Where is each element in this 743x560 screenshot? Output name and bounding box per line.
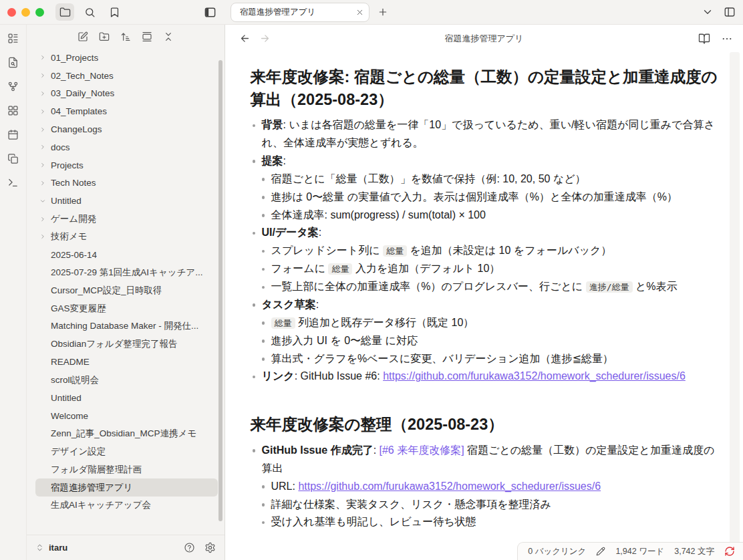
ribbon-terminal-button[interactable] <box>7 177 19 188</box>
list-item: GitHub Issue 作成完了: [#6 来年度改修案] 宿題ごとの総量（工… <box>251 442 718 478</box>
tree-item-folder[interactable]: Projects <box>35 156 218 174</box>
chevron-right-icon <box>39 233 51 240</box>
tree-item-file[interactable]: Cursor_MCP設定_日時取得 <box>35 281 218 299</box>
text-run: : <box>283 155 286 166</box>
collapse-all-button[interactable] <box>163 31 174 42</box>
list-item: 背景: いまは各宿題の総量を一律「10」で扱っているため、重い/軽い宿題が同じ重… <box>251 116 718 152</box>
tree-item-folder[interactable]: Untitled <box>35 192 218 210</box>
ribbon-calendar-button[interactable] <box>7 129 19 140</box>
markdown-body: 来年度改修案: 宿題ごとの総量（工数）の定量設定と加重達成度の算出（2025-0… <box>251 52 718 531</box>
tree-item-folder[interactable]: 01_Projects <box>35 49 218 67</box>
tree-item-folder[interactable]: 04_Templates <box>35 102 218 120</box>
internal-link[interactable]: [#6 来年度改修案] <box>380 444 464 456</box>
folder-nav-button[interactable] <box>55 3 74 21</box>
ribbon-file-search-button[interactable] <box>7 57 19 68</box>
new-tab-button[interactable] <box>378 7 388 17</box>
back-button[interactable] <box>239 33 251 44</box>
sync-status-button[interactable] <box>724 546 735 557</box>
edit-mode-button[interactable] <box>596 547 605 556</box>
tree-item-folder[interactable]: docs <box>35 138 218 156</box>
text-run: UI/データ案 <box>262 227 319 238</box>
tree-item-folder[interactable]: 技術メモ <box>35 228 218 246</box>
bullet-list: 背景: いまは各宿題の総量を一律「10」で扱っているため、重い/軽い宿題が同じ重… <box>251 116 718 386</box>
tree-item-folder[interactable]: Tech Notes <box>35 174 218 192</box>
tree-item-file[interactable]: Untitled <box>35 389 218 407</box>
text-run: 提案 <box>262 155 283 166</box>
tree-item-folder[interactable]: ChangeLogs <box>35 120 218 138</box>
chevron-right-icon <box>39 144 51 150</box>
tree-item-file[interactable]: Matching Database Maker - 開発仕... <box>35 317 218 335</box>
tab-active[interactable]: 宿題進捗管理アプリ <box>231 3 369 22</box>
bookmark-nav-button[interactable] <box>105 3 124 21</box>
more-options-button[interactable] <box>721 33 733 45</box>
editor-scrollbar[interactable] <box>730 52 740 560</box>
external-link[interactable]: https://github.com/furukawa3152/homework… <box>298 480 601 492</box>
tree-item-file[interactable]: GAS変更履歴 <box>35 299 218 317</box>
tree-item-label: Tech Notes <box>51 178 96 188</box>
help-icon[interactable] <box>184 542 195 553</box>
new-folder-button[interactable] <box>99 31 110 42</box>
chevron-down-button[interactable] <box>702 6 714 18</box>
file-explorer-sidebar: 01_Projects02_Tech_Notes03_Daily_Notes04… <box>27 25 225 560</box>
ribbon-layout-list-button[interactable] <box>7 33 19 44</box>
text-run: GitHub Issue 作成完了 <box>262 444 374 456</box>
tree-item-file[interactable]: Obsidianフォルダ整理完了報告 <box>35 335 218 354</box>
tree-item-file[interactable]: Welcome <box>35 407 218 425</box>
list-item: 進捗は 0〜総量 の実量値で入力。表示は個別達成率（%）と全体の加重達成率（%） <box>260 188 718 206</box>
vault-name[interactable]: itaru <box>49 543 179 553</box>
tree-item-file[interactable]: scroll説明会 <box>35 371 218 389</box>
gallery-button[interactable] <box>142 31 152 42</box>
sidebar-scrollbar[interactable] <box>218 60 222 521</box>
backlinks-count[interactable]: 0 バックリンク <box>528 546 586 557</box>
close-window-button[interactable] <box>7 8 16 17</box>
folder-icon <box>59 7 71 18</box>
vault-switcher-button[interactable] <box>35 543 44 552</box>
ribbon-git-fork-button[interactable] <box>7 81 19 92</box>
tree-item-file[interactable]: 宿題進捗管理アプリ <box>35 478 218 497</box>
tree-item-label: GAS変更履歴 <box>51 303 106 315</box>
zoom-window-button[interactable] <box>35 8 44 17</box>
tree-item-label: フォルダ階層整理計画 <box>51 464 142 476</box>
tree-item-file[interactable]: README <box>35 354 218 372</box>
tree-item-file[interactable]: Zenn_記事_Obsidian_MCP連携メモ <box>35 425 218 443</box>
forward-button[interactable] <box>259 33 271 44</box>
sync-error-icon <box>724 546 735 557</box>
panel-right-button[interactable] <box>724 6 736 18</box>
file-tree: 01_Projects02_Tech_Notes03_Daily_Notes04… <box>27 49 225 535</box>
chevron-right-icon <box>39 90 51 97</box>
text-run: タスク草案 <box>262 299 316 310</box>
ribbon-copy-button[interactable] <box>7 153 19 164</box>
tree-item-file[interactable]: 生成AIキャッチアップ会 <box>35 497 218 515</box>
tree-item-file[interactable]: 2025-06-14 <box>35 246 218 264</box>
book-open-icon <box>698 33 710 45</box>
tree-item-folder[interactable]: ゲーム開発 <box>35 210 218 228</box>
arrow-left-icon <box>239 33 251 44</box>
text-run: 列追加と既存データ移行（既定 10） <box>295 317 474 328</box>
search-nav-button[interactable] <box>80 3 99 21</box>
text-run: 受け入れ基準も明記し、レビュー待ち状態 <box>271 516 476 527</box>
ribbon-layout-grid-button[interactable] <box>7 105 19 116</box>
external-link[interactable]: https://github.com/furukawa3152/homework… <box>383 370 686 382</box>
tree-item-label: Untitled <box>51 393 82 403</box>
bookmark-icon <box>109 7 120 18</box>
tree-item-file[interactable]: 2025-07-29 第1回生成AIキャッチア... <box>35 264 218 282</box>
tree-item-file[interactable]: フォルダ階層整理計画 <box>35 460 218 478</box>
tree-item-label: 2025-06-14 <box>51 250 97 260</box>
list-item: 受け入れ基準も明記し、レビュー待ち状態 <box>260 513 718 531</box>
tree-item-folder[interactable]: 02_Tech_Notes <box>35 67 218 85</box>
book-open-button[interactable] <box>698 33 710 45</box>
new-note-button[interactable] <box>78 31 88 42</box>
tree-item-file[interactable]: デザイン設定 <box>35 443 218 461</box>
collapse-left-sidebar-button[interactable] <box>204 6 216 19</box>
chevron-right-icon <box>39 216 51 223</box>
tab-title: 宿題進捗管理アプリ <box>240 7 355 18</box>
close-tab-button[interactable] <box>355 8 364 17</box>
tree-item-label: ChangeLogs <box>51 124 102 134</box>
settings-icon[interactable] <box>204 542 216 553</box>
minimize-window-button[interactable] <box>21 8 30 17</box>
list-item: リンク: GitHub Issue #6: https://github.com… <box>251 368 718 386</box>
sort-button[interactable] <box>120 31 131 42</box>
view-header: 宿題進捗管理アプリ <box>225 25 743 52</box>
tree-item-folder[interactable]: 03_Daily_Notes <box>35 85 218 103</box>
explorer-toolbar <box>27 25 225 49</box>
